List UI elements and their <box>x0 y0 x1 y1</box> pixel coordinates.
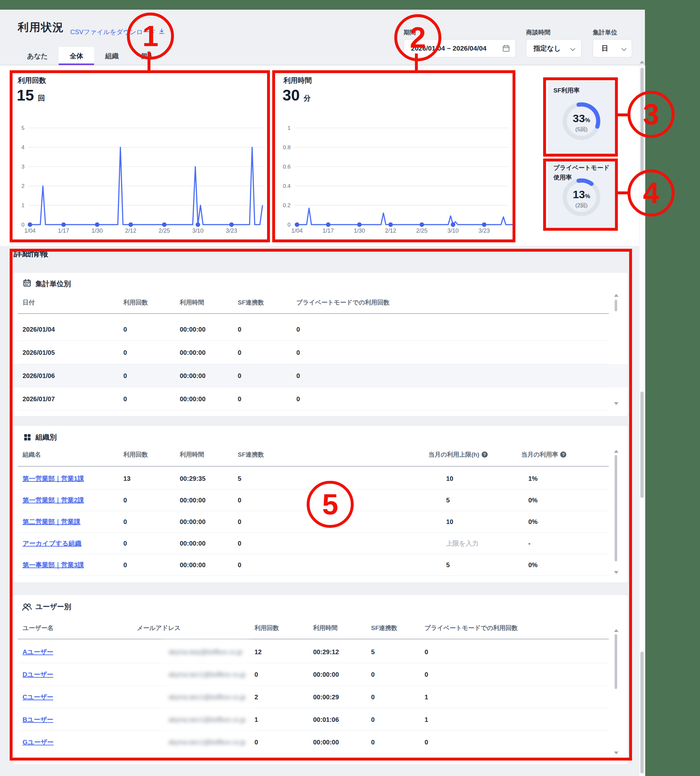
section-scrollbar-thumb[interactable] <box>640 392 643 498</box>
annotation-circle-5: 5 <box>307 481 354 528</box>
annotation-connector <box>148 52 150 70</box>
meeting-time-label: 商談時間 <box>526 28 550 37</box>
annotation-circle-4: 4 <box>628 170 675 217</box>
tab-あなた[interactable]: あなた <box>16 47 58 65</box>
page-scroll-up-arrow[interactable] <box>640 60 644 63</box>
meeting-time-value: 指定なし <box>527 44 561 53</box>
annotation-box-1 <box>10 70 270 242</box>
tab-組織[interactable]: 組織 <box>94 47 130 65</box>
annotation-circle-1: 1 <box>127 13 174 60</box>
annotation-box-2 <box>272 70 515 242</box>
app-window: 利用状況 CSVファイルをダウンロード あなた全体組織個人 期間 2026/01… <box>0 0 700 776</box>
chevron-down-icon <box>570 47 575 53</box>
page-title: 利用状況 <box>18 20 64 35</box>
annotation-box-4 <box>543 159 618 231</box>
agg-unit-select[interactable]: 日 <box>593 39 632 57</box>
annotation-connector <box>617 113 628 116</box>
meeting-time-select[interactable]: 指定なし <box>526 39 582 57</box>
section-scrollbar-thumb[interactable] <box>640 652 643 773</box>
annotation-box-3 <box>543 77 618 157</box>
annotation-circle-2: 2 <box>394 14 441 61</box>
annotation-connector <box>415 53 418 70</box>
annotation-circle-3: 3 <box>628 91 675 138</box>
calendar-icon <box>502 44 510 54</box>
annotation-connector <box>617 192 628 194</box>
agg-unit-value: 日 <box>593 44 608 53</box>
tab-全体[interactable]: 全体 <box>58 47 94 65</box>
chevron-down-icon <box>622 47 627 53</box>
agg-unit-label: 集計単位 <box>593 28 617 37</box>
